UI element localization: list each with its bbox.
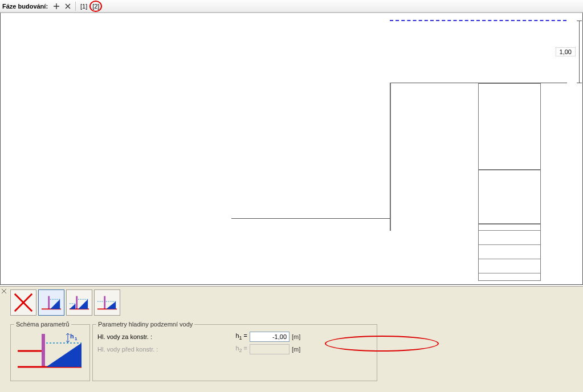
h2-label: Hl. vody před konstr. : — [97, 346, 226, 353]
schema-groupbox: Schéma parametrů h 1 — [10, 324, 90, 381]
svg-rect-7 — [42, 334, 45, 367]
h2-unit: [m] — [292, 346, 305, 353]
schema-diagram: h 1 — [15, 330, 84, 375]
dimension-label: 1,00 — [556, 47, 576, 56]
svg-marker-3 — [78, 299, 88, 309]
svg-rect-0 — [48, 296, 50, 309]
add-phase-button[interactable] — [51, 1, 62, 11]
parameters-panel: Schéma parametrů h 1 Parametry hladiny p… — [0, 286, 583, 392]
phase-1-button[interactable]: [1] — [78, 1, 89, 11]
h1-input[interactable] — [250, 332, 290, 342]
svg-rect-2 — [76, 296, 78, 309]
soil-layer-1 — [478, 83, 541, 170]
h1-unit: [m] — [292, 333, 305, 340]
water-mode-front[interactable] — [94, 289, 120, 316]
phase-toolbar: Fáze budování: [1] [2] — [0, 0, 583, 13]
water-mode-none[interactable] — [10, 289, 36, 316]
svg-marker-4 — [70, 304, 75, 309]
svg-rect-5 — [104, 296, 105, 309]
svg-text:1: 1 — [75, 336, 78, 341]
dimension-tick-bottom — [577, 83, 582, 83]
h2-symbol: h2 = — [228, 345, 247, 353]
svg-text:h: h — [70, 333, 74, 340]
water-level-line — [390, 20, 566, 21]
close-panel-button[interactable] — [1, 288, 8, 295]
excavation-line — [231, 218, 390, 219]
soil-layer-2 — [478, 170, 541, 224]
soil-layer-3 — [478, 224, 541, 281]
remove-phase-button[interactable] — [63, 1, 73, 11]
dimension-tick-top — [577, 21, 582, 21]
h1-symbol: h1 = — [228, 332, 247, 341]
schema-title: Schéma parametrů — [14, 321, 71, 328]
wall-line-shadow — [390, 83, 391, 231]
svg-marker-1 — [50, 299, 60, 309]
params-groupbox: Parametry hladiny podzemní vody Hl. vody… — [92, 324, 377, 381]
param-row-h2: Hl. vody před konstr. : h2 = [m] — [97, 343, 372, 356]
water-mode-buttons — [10, 289, 120, 316]
h2-input — [250, 344, 290, 354]
phase-2-button[interactable]: [2] — [90, 1, 101, 11]
model-canvas[interactable]: 1,00 — [0, 13, 583, 285]
water-mode-behind[interactable] — [38, 289, 64, 316]
toolbar-divider — [75, 2, 76, 11]
svg-marker-6 — [106, 301, 116, 309]
param-row-h1: Hl. vody za konstr. : h1 = [m] — [97, 330, 372, 343]
water-mode-both[interactable] — [66, 289, 92, 316]
h1-label: Hl. vody za konstr. : — [97, 333, 226, 340]
params-title: Parametry hladiny podzemní vody — [96, 321, 194, 328]
toolbar-title: Fáze budování: — [2, 3, 48, 10]
svg-marker-8 — [46, 343, 81, 367]
dimension-line — [579, 21, 580, 83]
phase-2-highlight: [2] — [89, 1, 102, 12]
